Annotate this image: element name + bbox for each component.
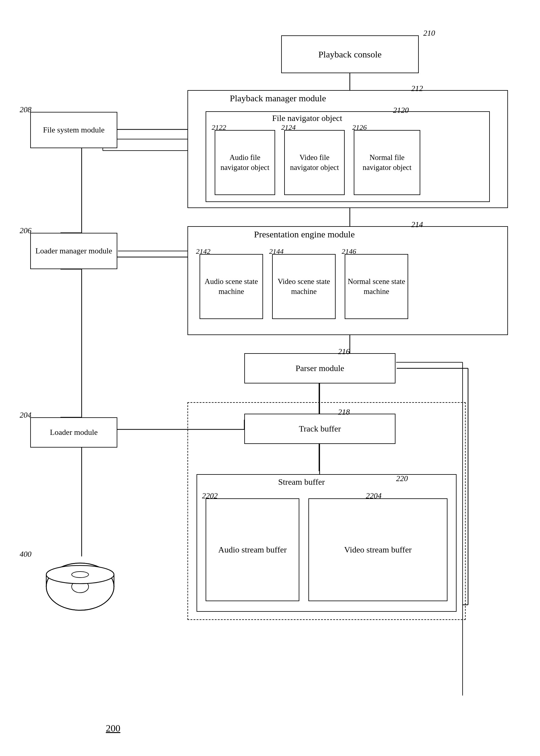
stream-buffer-label: Stream buffer	[278, 477, 325, 487]
diagram: Playback console 210 Playback manager mo…	[0, 0, 540, 756]
video-scene-box: Video scene state machine	[272, 254, 336, 319]
playback-console-label: Playback console	[318, 48, 382, 60]
loader-manager-label: Loader manager module	[35, 246, 112, 256]
ref-212: 212	[411, 84, 423, 93]
video-scene-label: Video scene state machine	[273, 277, 335, 296]
ref-218: 218	[338, 408, 350, 417]
ref-210: 210	[423, 29, 435, 38]
track-buffer-box: Track buffer	[244, 414, 395, 444]
ref-216: 216	[338, 347, 350, 356]
track-buffer-label: Track buffer	[299, 423, 341, 434]
ref-2202: 2202	[202, 491, 218, 501]
audio-stream-buffer-label: Audio stream buffer	[218, 544, 287, 555]
ref-204: 204	[20, 411, 32, 420]
ref-2204: 2204	[366, 491, 382, 501]
normal-file-nav-label: Normal file navigator object	[354, 153, 420, 172]
normal-file-nav-box: Normal file navigator object	[354, 130, 420, 195]
ref-214: 214	[411, 220, 423, 229]
file-navigator-label: File navigator object	[272, 113, 342, 123]
playback-console-box: Playback console	[281, 35, 419, 73]
playback-manager-label: Playback manager module	[230, 93, 326, 103]
video-stream-buffer-box: Video stream buffer	[308, 498, 448, 601]
normal-scene-label: Normal scene state machine	[345, 277, 408, 296]
audio-file-nav-label: Audio file navigator object	[215, 153, 275, 172]
ref-2144: 2144	[269, 247, 284, 255]
audio-stream-buffer-box: Audio stream buffer	[205, 498, 299, 601]
file-system-box: File system module	[30, 112, 117, 148]
ref-2146: 2146	[342, 247, 356, 255]
audio-scene-box: Audio scene state machine	[200, 254, 263, 319]
ref-2126: 2126	[352, 123, 367, 132]
audio-file-nav-box: Audio file navigator object	[215, 130, 275, 195]
parser-module-label: Parser module	[296, 363, 344, 374]
loader-module-label: Loader module	[50, 427, 98, 438]
parser-module-box: Parser module	[244, 353, 395, 383]
video-stream-buffer-label: Video stream buffer	[344, 544, 412, 555]
video-file-nav-label: Video file navigator object	[285, 153, 344, 172]
ref-206: 206	[20, 226, 32, 235]
normal-scene-box: Normal scene state machine	[345, 254, 408, 319]
ref-2120: 2120	[393, 106, 409, 115]
ref-2142: 2142	[196, 247, 210, 255]
ref-220: 220	[396, 474, 408, 483]
svg-point-51	[72, 571, 88, 578]
loader-module-box: Loader module	[30, 417, 117, 448]
ref-400: 400	[20, 550, 32, 559]
ref-2122: 2122	[212, 123, 226, 132]
video-file-nav-box: Video file navigator object	[284, 130, 345, 195]
ref-2124: 2124	[281, 123, 296, 132]
figure-number: 200	[106, 723, 120, 734]
loader-manager-box: Loader manager module	[30, 233, 117, 269]
file-system-label: File system module	[43, 125, 105, 135]
audio-scene-label: Audio scene state machine	[200, 277, 262, 296]
disc-shape	[45, 556, 115, 611]
ref-208: 208	[20, 105, 32, 114]
presentation-engine-label: Presentation engine module	[254, 229, 355, 239]
